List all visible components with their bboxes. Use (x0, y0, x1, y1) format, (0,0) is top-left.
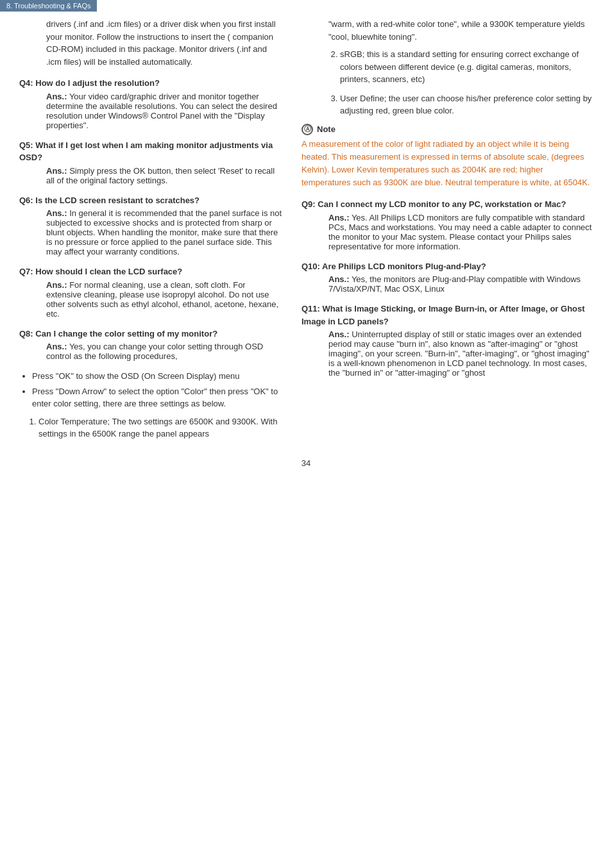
intro-text: drivers (.inf and .icm files) or a drive… (19, 18, 282, 68)
q8-ans-label: Ans.: (46, 342, 67, 351)
q8-answer-block: Ans.: Yes, you can change your color set… (19, 342, 282, 361)
q6-ans-label: Ans.: (46, 208, 67, 218)
q8-question: Q8: Can I change the color setting of my… (19, 328, 282, 340)
q7-question: Q7: How should I clean the LCD surface? (19, 265, 282, 278)
q4-answer: Your video card/graphic driver and monit… (46, 92, 277, 130)
q8-answer: Yes, you can change your color setting t… (46, 342, 263, 361)
q9-question: Q9: Can I connect my LCD monitor to any … (302, 198, 593, 211)
numbered-right: sRGB; this is a standard setting for ens… (302, 48, 593, 117)
q4-question: Q4: How do I adjust the resolution? (19, 77, 282, 90)
q10-ans-label: Ans.: (328, 274, 350, 284)
bullet-list: Press "OK" to show the OSD (On Screen Di… (19, 370, 282, 410)
q9-ans-label: Ans.: (328, 213, 350, 222)
numbered-list-left: Color Temperature; The two settings are … (19, 415, 282, 440)
q11-answer-block: Ans.: Uninterrupted display of still or … (302, 330, 593, 378)
note-icon: Ⓐ (302, 124, 313, 135)
q7-answer: For normal cleaning, use a clean, soft c… (46, 280, 278, 319)
left-column: drivers (.inf and .icm files) or a drive… (0, 18, 295, 446)
right-intro-text: "warm, with a red-white color tone", whi… (302, 18, 593, 43)
numbered-item-1: Color Temperature; The two settings are … (38, 415, 282, 440)
q6-answer: In general it is recommended that the pa… (46, 208, 282, 256)
q9-answer: Yes. All Philips LCD monitors are fully … (328, 213, 591, 251)
q5-ans-label: Ans.: (46, 166, 67, 176)
q7-ans-label: Ans.: (46, 280, 67, 290)
qa-q11: Q11: What is Image Sticking, or Image Bu… (302, 303, 593, 378)
q10-answer-block: Ans.: Yes, the monitors are Plug-and-Pla… (302, 274, 593, 294)
page: 8. Troubleshooting & FAQs drivers (.inf … (0, 0, 612, 868)
q5-answer-block: Ans.: Simply press the OK button, then s… (19, 166, 282, 185)
q6-answer-block: Ans.: In general it is recommended that … (19, 208, 282, 256)
q4-ans-label: Ans.: (46, 92, 67, 101)
numbered-item-2: sRGB; this is a standard setting for ens… (340, 48, 593, 86)
section-header: 8. Troubleshooting & FAQs (0, 0, 97, 12)
qa-q7: Q7: How should I clean the LCD surface? … (19, 265, 282, 319)
right-column: "warm, with a red-white color tone", whi… (295, 18, 612, 446)
q9-answer-block: Ans.: Yes. All Philips LCD monitors are … (302, 213, 593, 251)
q11-ans-label: Ans.: (328, 330, 350, 339)
qa-q10: Q10: Are Philips LCD monitors Plug-and-P… (302, 260, 593, 294)
bullet-item-1: Press "OK" to show the OSD (On Screen Di… (32, 370, 282, 383)
q5-question: Q5: What if I get lost when I am making … (19, 139, 282, 164)
q4-answer-block: Ans.: Your video card/graphic driver and… (19, 92, 282, 130)
bullet-item-2: Press "Down Arrow" to select the option … (32, 385, 282, 410)
q6-question: Q6: Is the LCD screen resistant to scrat… (19, 194, 282, 207)
qa-q4: Q4: How do I adjust the resolution? Ans.… (19, 77, 282, 130)
note-header: Ⓐ Note (302, 124, 593, 135)
q5-answer: Simply press the OK button, then select … (46, 166, 275, 185)
note-title: Note (317, 124, 336, 134)
q11-question: Q11: What is Image Sticking, or Image Bu… (302, 303, 593, 328)
note-box: Ⓐ Note A measurement of the color of lig… (302, 124, 593, 190)
qa-q9: Q9: Can I connect my LCD monitor to any … (302, 198, 593, 251)
q7-answer-block: Ans.: For normal cleaning, use a clean, … (19, 280, 282, 319)
page-number: 34 (0, 452, 612, 481)
qa-q5: Q5: What if I get lost when I am making … (19, 139, 282, 185)
qa-q6: Q6: Is the LCD screen resistant to scrat… (19, 194, 282, 257)
q10-question: Q10: Are Philips LCD monitors Plug-and-P… (302, 260, 593, 273)
q10-answer: Yes, the monitors are Plug-and-Play comp… (328, 274, 581, 294)
numbered-list-right: sRGB; this is a standard setting for ens… (328, 48, 593, 117)
qa-q8: Q8: Can I change the color setting of my… (19, 328, 282, 362)
q11-answer: Uninterrupted display of still or static… (328, 330, 590, 378)
note-text: A measurement of the color of light radi… (302, 138, 593, 190)
intro-section: drivers (.inf and .icm files) or a drive… (19, 18, 282, 68)
numbered-item-3: User Define; the user can choose his/her… (340, 92, 593, 117)
